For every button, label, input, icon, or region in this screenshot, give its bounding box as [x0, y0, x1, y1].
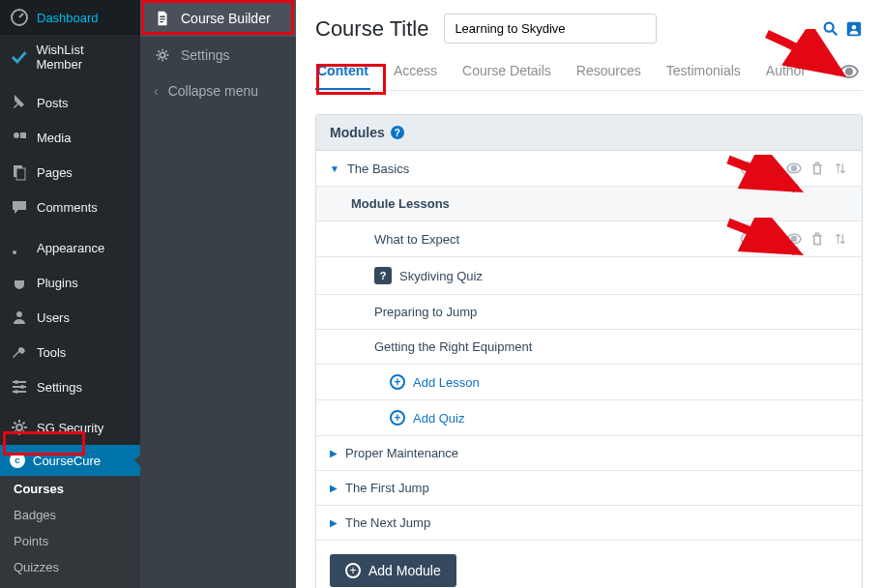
add-quiz-button[interactable]: + Add Quiz: [316, 400, 862, 436]
submenu-courses[interactable]: Courses: [0, 476, 140, 502]
submenu-badges[interactable]: Badges: [0, 502, 140, 528]
menu-pages[interactable]: Pages: [0, 155, 140, 190]
help-icon[interactable]: ?: [391, 126, 404, 139]
tab-author[interactable]: Author: [764, 53, 808, 90]
edit-icon[interactable]: [763, 161, 779, 176]
menu-wishlist[interactable]: WishList Member: [0, 35, 140, 79]
coursecure-submenu: Courses Badges Points Quizzes Setup: [0, 476, 140, 588]
pages-icon: [10, 162, 29, 182]
menu-label: CourseCure: [33, 454, 101, 468]
module-row-maintenance[interactable]: ▶ Proper Maintenance: [316, 436, 862, 471]
tab-access[interactable]: Access: [392, 53, 439, 90]
info-icon[interactable]: [740, 231, 755, 247]
lesson-label: Getting the Right Equipment: [374, 339, 532, 354]
menu-posts[interactable]: Posts: [0, 85, 140, 120]
menu-users[interactable]: Users: [0, 300, 140, 335]
user-icon: [10, 308, 29, 327]
quiz-row[interactable]: ? Skydiving Quiz: [316, 257, 862, 295]
add-lesson-button[interactable]: + Add Lesson: [316, 365, 862, 400]
module-row-basics[interactable]: ▼ The Basics: [316, 151, 862, 187]
gear-icon: [154, 46, 171, 64]
submenu-quizzes[interactable]: Quizzes: [0, 554, 140, 580]
header-actions: [822, 20, 863, 38]
svg-point-18: [792, 166, 797, 171]
quiz-icon: ?: [374, 267, 392, 284]
dashboard-icon: [10, 8, 29, 27]
drag-icon[interactable]: [833, 231, 848, 247]
svg-rect-3: [16, 168, 25, 180]
add-module-button[interactable]: + Add Module: [330, 554, 456, 587]
menu-media[interactable]: Media: [0, 120, 140, 155]
preview-icon[interactable]: [836, 55, 863, 88]
svg-point-15: [852, 24, 857, 29]
sec-label: Settings: [181, 47, 230, 63]
svg-point-1: [14, 132, 19, 138]
module-label: Proper Maintenance: [345, 446, 458, 460]
drag-icon[interactable]: [833, 161, 848, 176]
subheader-label: Module Lessons: [351, 196, 450, 211]
menu-comments[interactable]: Comments: [0, 190, 140, 224]
tab-testimonials[interactable]: Testimonials: [664, 53, 743, 90]
trash-icon[interactable]: [809, 231, 825, 247]
collapse-icon: ▼: [330, 163, 339, 174]
lesson-label: Preparing to Jump: [374, 305, 477, 319]
sliders-icon: [10, 377, 29, 397]
lesson-label: What to Expect: [374, 232, 459, 247]
svg-point-4: [13, 250, 16, 254]
plug-icon: [10, 273, 29, 292]
menu-sg-security[interactable]: SG Security: [0, 410, 140, 445]
svg-point-8: [15, 390, 18, 394]
gear-icon: [10, 418, 29, 437]
course-tabs: Content Access Course Details Resources …: [315, 53, 863, 91]
trash-icon[interactable]: [809, 161, 825, 176]
menu-appearance[interactable]: Appearance: [0, 230, 140, 265]
menu-coursecure[interactable]: c CourseCure: [0, 445, 140, 476]
sec-course-builder[interactable]: Course Builder: [140, 0, 296, 37]
lesson-row-preparing[interactable]: Preparing to Jump: [316, 295, 862, 330]
chevron-left-icon: ‹: [154, 83, 159, 99]
sec-label: Course Builder: [181, 11, 271, 26]
menu-label: Settings: [37, 380, 82, 395]
plus-icon: +: [390, 374, 405, 390]
svg-point-13: [825, 22, 834, 31]
menu-tools[interactable]: Tools: [0, 335, 140, 369]
user-profile-icon[interactable]: [845, 20, 863, 38]
coursecure-icon: c: [10, 453, 25, 468]
tab-details[interactable]: Course Details: [460, 53, 553, 90]
menu-label: Media: [37, 131, 71, 145]
menu-label: Comments: [37, 200, 98, 215]
lesson-actions: [740, 231, 848, 247]
svg-point-7: [20, 385, 24, 389]
document-icon: [154, 10, 171, 27]
brush-icon: [10, 238, 29, 257]
submenu-setup[interactable]: Setup: [0, 580, 140, 588]
lesson-row-expect[interactable]: What to Expect: [316, 221, 862, 257]
search-icon[interactable]: [822, 20, 839, 38]
module-actions: [740, 161, 848, 176]
eye-icon[interactable]: [786, 161, 802, 176]
svg-point-20: [792, 237, 797, 242]
sec-collapse[interactable]: ‹ Collapse menu: [140, 74, 296, 108]
edit-icon[interactable]: [763, 231, 779, 247]
comment-icon: [10, 197, 29, 217]
module-label: The Basics: [347, 162, 409, 176]
svg-point-9: [16, 425, 22, 430]
modules-header: Modules ?: [316, 115, 862, 151]
eye-icon[interactable]: [786, 231, 802, 247]
menu-settings[interactable]: Settings: [0, 369, 140, 404]
module-row-first-jump[interactable]: ▶ The First Jump: [316, 471, 862, 506]
add-quiz-label: Add Quiz: [413, 411, 464, 426]
submenu-points[interactable]: Points: [0, 528, 140, 554]
lesson-row-equipment[interactable]: Getting the Right Equipment: [316, 330, 862, 365]
info-icon[interactable]: [740, 161, 755, 176]
tab-content[interactable]: Content: [315, 53, 370, 90]
sec-settings[interactable]: Settings: [140, 37, 296, 74]
module-row-next-jump[interactable]: ▶ The Next Jump: [316, 506, 862, 541]
menu-label: Plugins: [37, 276, 78, 290]
tab-resources[interactable]: Resources: [574, 53, 643, 90]
course-title-input[interactable]: [444, 14, 657, 44]
menu-label: Users: [37, 310, 70, 325]
menu-dashboard[interactable]: Dashboard: [0, 0, 140, 35]
menu-plugins[interactable]: Plugins: [0, 265, 140, 300]
expand-icon: ▶: [330, 448, 338, 458]
